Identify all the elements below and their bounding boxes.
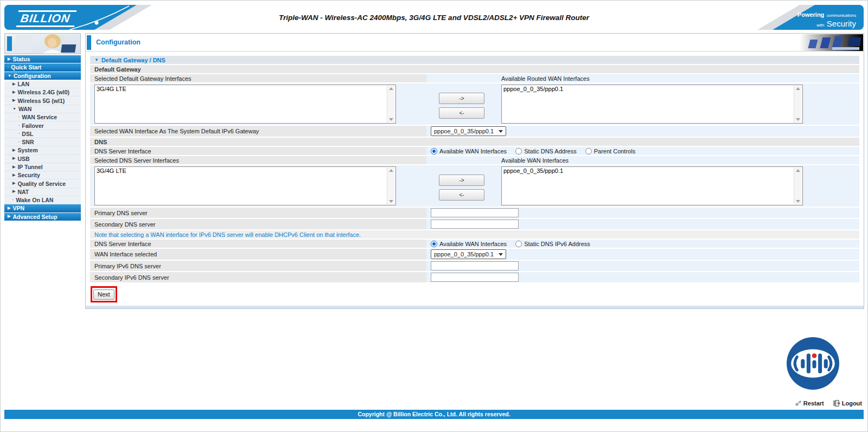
bullet-icon: · bbox=[18, 132, 20, 136]
sidebar-item-label: USB bbox=[17, 156, 29, 162]
chevron-down-icon: ▼ bbox=[12, 107, 16, 111]
scrollbar[interactable] bbox=[387, 86, 395, 122]
sidebar-item-label: Advanced Setup bbox=[12, 214, 57, 220]
sidebar-item-label: VPN bbox=[12, 205, 24, 211]
slogan-with: with bbox=[816, 23, 824, 28]
sidebar-item-failover[interactable]: ·Failover bbox=[4, 121, 81, 130]
sidebar-item-wireless-24g[interactable]: ▶Wireless 2.4G (wl0) bbox=[4, 88, 81, 96]
sidebar-item-nat[interactable]: ▶NAT bbox=[4, 188, 81, 196]
move-left-button[interactable]: <- bbox=[439, 189, 484, 201]
sidebar-item-quality-of-service[interactable]: ▶Quality of Service bbox=[4, 179, 81, 188]
radio-unchecked-icon bbox=[515, 241, 522, 247]
sidebar-item-security[interactable]: ▶Security bbox=[4, 171, 81, 179]
logout-button[interactable]: Logout bbox=[833, 400, 862, 407]
listbox-option[interactable]: pppoe_0_0_35/ppp0.1 bbox=[502, 85, 802, 93]
sidebar-item-advanced-setup[interactable]: ▶Advanced Setup bbox=[4, 213, 81, 221]
sidebar-item-dsl[interactable]: ·DSL bbox=[4, 130, 81, 138]
listbox-option[interactable]: 3G/4G LTE bbox=[95, 85, 395, 93]
available-dns-listbox[interactable]: pppoe_0_0_35/ppp0.1 bbox=[501, 166, 803, 205]
scroll-up-icon[interactable] bbox=[796, 87, 800, 90]
dns-heading: DNS bbox=[90, 138, 859, 147]
sidebar-photo bbox=[4, 33, 81, 54]
footer-actions: Restart Logout bbox=[795, 400, 862, 407]
sidebar-item-wan-service[interactable]: ·WAN Service bbox=[4, 113, 81, 121]
scrollbar[interactable] bbox=[794, 167, 802, 204]
primary-dns-input[interactable] bbox=[431, 208, 519, 217]
banner-curve-left-icon bbox=[68, 5, 133, 30]
slogan-communications: communications bbox=[827, 13, 856, 18]
sidebar-item-snr[interactable]: ·SNR bbox=[4, 138, 81, 146]
ipv6-gateway-select[interactable]: pppoe_0_0_35/ppp0.1 bbox=[431, 126, 506, 136]
sidebar-item-label: LAN bbox=[17, 81, 29, 87]
scrollbar[interactable] bbox=[387, 167, 395, 204]
listbox-option[interactable]: pppoe_0_0_35/ppp0.1 bbox=[502, 167, 802, 175]
scroll-down-icon[interactable] bbox=[389, 118, 393, 121]
radio-static-dns-ipv6-address[interactable]: Static DNS IPv6 Address bbox=[515, 241, 590, 247]
selected-gateway-cell: 3G/4G LTE bbox=[90, 83, 426, 126]
sidebar-item-status[interactable]: ▶Status bbox=[4, 55, 81, 63]
banner-curve-right-icon bbox=[733, 5, 799, 30]
available-gateway-listbox[interactable]: pppoe_0_0_35/ppp0.1 bbox=[501, 85, 803, 124]
move-right-button[interactable]: -> bbox=[439, 93, 484, 104]
sidebar-item-wireless-5g[interactable]: ▶Wireless 5G (wl1) bbox=[4, 96, 81, 105]
radio-static-dns-address[interactable]: Static DNS Address bbox=[515, 148, 577, 154]
available-wan-label: Available WAN Interfaces bbox=[497, 156, 859, 165]
move-left-button[interactable]: <- bbox=[439, 107, 484, 119]
listbox-option[interactable]: 3G/4G LTE bbox=[95, 167, 395, 175]
secondary-ipv6-dns-label: Secondary IPv6 DNS server bbox=[90, 272, 426, 283]
scroll-up-icon[interactable] bbox=[389, 169, 393, 172]
sidebar-item-label: Configuration bbox=[14, 73, 51, 79]
selected-dns-label: Selected DNS Server Interfaces bbox=[90, 156, 426, 165]
radio-available-wan-interfaces[interactable]: Available WAN Interfaces bbox=[431, 148, 507, 154]
sidebar-item-label: SNR bbox=[22, 139, 34, 145]
chevron-right-icon: ▶ bbox=[12, 165, 15, 169]
spacer-cell bbox=[426, 74, 497, 83]
copyright-bar: Copyright @ Billion Electric Co., Ltd. A… bbox=[4, 410, 864, 419]
sidebar-item-wan[interactable]: ▼WAN bbox=[4, 105, 81, 113]
slogan-powering: Powering bbox=[797, 11, 825, 18]
primary-ipv6-dns-input[interactable] bbox=[431, 261, 519, 270]
sidebar-item-ip-tunnel[interactable]: ▶IP Tunnel bbox=[4, 163, 81, 171]
sidebar-item-label: Wireless 5G (wl1) bbox=[17, 98, 65, 104]
sidebar-item-lan[interactable]: ▶LAN bbox=[4, 80, 81, 88]
scroll-down-icon[interactable] bbox=[796, 118, 800, 121]
next-button-row: Next bbox=[90, 283, 859, 306]
chevron-right-icon: ▶ bbox=[12, 148, 15, 152]
sidebar-item-label: System bbox=[17, 147, 37, 153]
section-header[interactable]: ▼Default Gateway / DNS bbox=[90, 56, 859, 65]
radio-parent-controls[interactable]: Parent Controls bbox=[585, 148, 635, 154]
sidebar-item-quick-start[interactable]: ·Quick Start bbox=[4, 63, 81, 72]
scroll-down-icon[interactable] bbox=[389, 200, 393, 203]
sidebar-item-vpn[interactable]: ▶VPN bbox=[4, 204, 81, 212]
transfer-buttons-cell: -> <- bbox=[426, 165, 497, 208]
radio-ipv6-available-wan-interfaces[interactable]: Available WAN Interfaces bbox=[431, 241, 507, 247]
selected-gateway-listbox[interactable]: 3G/4G LTE bbox=[94, 85, 396, 124]
radio-label: Available WAN Interfaces bbox=[439, 148, 507, 154]
sidebar-item-wake-on-lan[interactable]: ·Wake On LAN bbox=[4, 196, 81, 204]
panel-title-bar: Configuration bbox=[86, 34, 864, 51]
sidebar-item-label: Quick Start bbox=[11, 64, 41, 70]
scroll-up-icon[interactable] bbox=[796, 169, 800, 172]
secondary-ipv6-dns-input[interactable] bbox=[431, 273, 519, 282]
scroll-down-icon[interactable] bbox=[796, 200, 800, 203]
next-button[interactable]: Next bbox=[93, 289, 114, 300]
ipv6-gateway-label: Selected WAN Interface As The System Def… bbox=[90, 126, 426, 138]
sidebar-item-system[interactable]: ▶System bbox=[4, 146, 81, 154]
secondary-dns-input[interactable] bbox=[431, 220, 519, 229]
sidebar-item-label: Failover bbox=[22, 122, 43, 129]
move-right-button[interactable]: -> bbox=[439, 175, 484, 186]
chevron-right-icon: ▶ bbox=[8, 214, 10, 218]
chevron-down-icon bbox=[499, 130, 503, 133]
wan-interface-select[interactable]: pppoe_0_0_35/ppp0.1 bbox=[431, 249, 506, 259]
sidebar-item-usb[interactable]: ▶USB bbox=[4, 155, 81, 163]
sidebar-item-label: WAN Service bbox=[22, 114, 57, 120]
ipv6-dns-server-interface-label: DNS Server Interface bbox=[90, 240, 426, 249]
restart-button[interactable]: Restart bbox=[795, 400, 824, 407]
sidebar-item-configuration[interactable]: ▼Configuration bbox=[4, 72, 81, 80]
scrollbar[interactable] bbox=[794, 86, 802, 122]
selected-dns-listbox[interactable]: 3G/4G LTE bbox=[94, 166, 396, 205]
scroll-up-icon[interactable] bbox=[389, 87, 393, 90]
highlight-annotation: Next bbox=[91, 286, 117, 302]
wan-interface-selected-label: WAN Interface selected bbox=[90, 249, 426, 261]
radio-unchecked-icon bbox=[585, 148, 592, 154]
